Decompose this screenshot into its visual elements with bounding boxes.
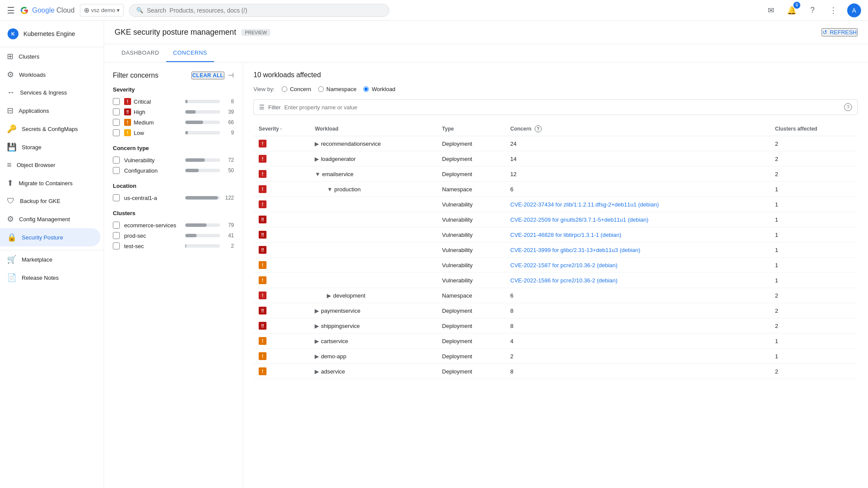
search-input[interactable] [147,7,382,14]
filter-checkbox-high[interactable] [113,108,120,115]
expand-right-icon[interactable]: ▶ [315,353,319,360]
table-row[interactable]: ! ▶ loadgenerator Deployment 14 2 [253,151,858,167]
workload-cell: ▶ shippingservice [315,323,431,329]
td-type: Vulnerability [437,227,505,242]
sidebar-item-storage[interactable]: 💾Storage [0,138,100,156]
mail-icon[interactable]: ✉ [764,3,778,17]
table-row[interactable]: ! Vulnerability CVE-2022-37434 for zlib/… [253,197,858,212]
count-bar-fill-high [185,110,196,114]
sidebar-item-clusters[interactable]: ⊞Clusters [0,47,100,66]
table-row[interactable]: ! Vulnerability CVE-2022-1586 for pcre2/… [253,273,858,288]
concern-link[interactable]: CVE-2022-2509 for gnutls28/3.7.1-5+deb11… [510,216,648,223]
table-row[interactable]: ! ▶ development Namespace 6 2 [253,288,858,303]
table-row[interactable]: ‼ ▶ shippingservice Deployment 8 2 [253,318,858,334]
view-by-workload-radio[interactable] [363,86,369,92]
refresh-button[interactable]: ↺ REFRESH [822,28,858,36]
concern-link[interactable]: CVE-2021-46828 for libtirpc/1.3.1-1 (deb… [510,232,621,238]
td-workload: ▶ demo-app [309,349,437,364]
search-bar[interactable]: 🔍 [129,4,389,17]
table-row[interactable]: ! ▼ production Namespace 6 1 [253,182,858,197]
more-options-icon[interactable]: ⋮ [826,3,840,17]
expand-down-icon[interactable]: ▼ [327,186,332,193]
table-row[interactable]: ‼ ▶ paymentservice Deployment 8 2 [253,303,858,318]
svg-text:K: K [11,31,15,36]
table-filter-bar[interactable]: ☰ Filter ? [253,99,858,115]
td-concern: 8 [505,364,770,379]
concern-link[interactable]: CVE-2021-3999 for glibc/2.31-13+deb11u3 … [510,247,641,253]
concern-link[interactable]: CVE-2022-37434 for zlib/1:1.2.11.dfsg-2+… [510,201,659,208]
table-row[interactable]: ! ▼ emailservice Deployment 12 2 [253,167,858,182]
concern-link[interactable]: CVE-2022-1587 for pcre2/10.36-2 (debian) [510,262,618,269]
sidebar-item-release-notes[interactable]: 📄Release Notes [0,269,100,287]
filter-checkbox-prod-sec[interactable] [113,232,120,239]
sidebar-icon-security: 🔒 [7,233,16,242]
sidebar-item-secrets[interactable]: 🔑Secrets & ConfigMaps [0,120,100,138]
hamburger-menu-icon[interactable]: ☰ [7,5,15,16]
workload-name: development [333,292,365,299]
sidebar-item-config[interactable]: ⚙Config Management [0,210,100,228]
sidebar-icon-migrate: ⬆ [7,178,13,188]
expand-down-icon[interactable]: ▼ [315,171,320,177]
tab-dashboard[interactable]: DASHBOARD [115,44,166,62]
expand-right-icon[interactable]: ▶ [315,141,319,147]
td-severity: ‼ [253,227,309,242]
filter-checkbox-ecommerce-services[interactable] [113,222,120,229]
filter-concern-type-section: Concern type Vulnerability 72 Configurat… [113,145,234,174]
clear-all-button[interactable]: CLEAR ALL [191,72,224,79]
view-by-concern[interactable]: Concern [282,86,311,92]
tab-concerns[interactable]: CONCERNS [166,44,214,62]
concern-link[interactable]: CVE-2022-1586 for pcre2/10.36-2 (debian) [510,277,618,284]
sidebar-item-security[interactable]: 🔒Security Posture [0,228,100,246]
filter-help-icon[interactable]: ? [844,103,852,111]
severity-indicator: ! [259,185,266,193]
sidebar-item-backup[interactable]: 🛡Backup for GKE [0,192,100,210]
table-row[interactable]: ! ▶ cartservice Deployment 4 1 [253,334,858,349]
view-by-workload[interactable]: Workload [363,86,395,92]
filter-checkbox-vulnerability[interactable] [113,157,120,164]
filter-checkbox-us-central1-a[interactable] [113,194,120,201]
expand-right-icon[interactable]: ▶ [315,308,319,314]
table-row[interactable]: ‼ Vulnerability CVE-2021-46828 for libti… [253,227,858,242]
workload-name: paymentservice [321,308,360,314]
expand-right-icon[interactable]: ▶ [315,323,319,329]
filter-bar-input[interactable] [284,104,841,111]
view-by-namespace[interactable]: Namespace [318,86,356,92]
sidebar-item-applications[interactable]: ⊟Applications [0,102,100,120]
expand-right-icon[interactable]: ▶ [315,156,319,162]
expand-right-icon[interactable]: ▶ [315,368,319,375]
workload-cell: ▶ cartservice [315,338,431,344]
table-row[interactable]: ! ▶ recommendationservice Deployment 24 … [253,136,858,151]
table-row[interactable]: ! ▶ adservice Deployment 8 2 [253,364,858,379]
table-row[interactable]: ! ▶ demo-app Deployment 2 1 [253,349,858,364]
sidebar: K Kubernetes Engine ⊞Clusters⚙Workloads↔… [0,21,104,488]
collapse-panel-icon[interactable]: ⊣ [228,71,234,79]
help-icon[interactable]: ? [806,3,819,17]
sidebar-label-clusters: Clusters [19,53,39,60]
table-row[interactable]: ‼ Vulnerability CVE-2021-3999 for glibc/… [253,242,858,258]
concern-help-icon[interactable]: ? [535,125,542,132]
expand-right-icon[interactable]: ▶ [315,338,319,344]
filter-checkbox-critical[interactable] [113,98,120,105]
table-row[interactable]: ! Vulnerability CVE-2022-1587 for pcre2/… [253,258,858,273]
filter-label-low: Low [134,130,144,136]
sidebar-item-object-browser[interactable]: ≡Object Browser [0,156,100,174]
view-by-concern-radio[interactable] [282,86,287,92]
notifications-icon[interactable]: 🔔 6 [785,3,799,17]
sidebar-item-migrate[interactable]: ⬆Migrate to Containers [0,174,100,192]
count-bar-bg-critical [185,100,220,103]
th-severity[interactable]: Severity ↑ [253,122,309,136]
expand-right-icon[interactable]: ▶ [327,292,331,299]
avatar[interactable]: A [847,3,861,17]
sidebar-item-services[interactable]: ↔Services & Ingress [0,84,100,102]
filter-checkbox-configuration[interactable] [113,167,120,174]
sidebar-item-marketplace[interactable]: 🛒Marketplace [0,250,100,269]
filter-label-us-central1-a: us-central1-a [124,195,157,201]
filter-checkbox-low[interactable] [113,129,120,136]
view-by-namespace-radio[interactable] [318,86,324,92]
td-type: Vulnerability [437,242,505,258]
project-selector[interactable]: ⊕ vsz demo ▾ [80,4,124,16]
filter-checkbox-test-sec[interactable] [113,242,120,249]
table-row[interactable]: ‼ Vulnerability CVE-2022-2509 for gnutls… [253,212,858,227]
sidebar-item-workloads[interactable]: ⚙Workloads [0,66,100,84]
filter-checkbox-medium[interactable] [113,119,120,126]
